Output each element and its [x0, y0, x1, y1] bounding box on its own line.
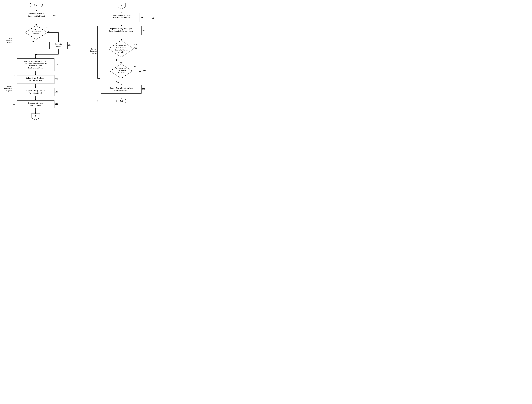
ref-608: 608	[55, 78, 58, 80]
svg-text:Connected to: Connected to	[32, 31, 41, 33]
step-619-diamond: Is Display Data Addressed for this User?	[110, 64, 132, 78]
svg-text:Predetermined Time: Predetermined Time	[28, 67, 43, 69]
svg-text:Update Server Chalkboard: Update Server Chalkboard	[26, 77, 45, 79]
svg-text:Appropriate Action: Appropriate Action	[114, 89, 128, 91]
step-604: Connect to Network	[50, 42, 68, 49]
online-module-label: On-Line	[7, 38, 12, 39]
svg-text:Is Display Data: Is Display Data	[116, 45, 126, 46]
svg-rect-26	[17, 100, 54, 108]
svg-text:Display Data is Received, Take: Display Data is Received, Take	[110, 87, 133, 89]
svg-text:Transmission for a: Transmission for a	[29, 65, 42, 66]
step-620: Display Data is Received, Take Appropria…	[101, 85, 141, 93]
svg-text:this User?: this User?	[118, 72, 124, 74]
b-terminal-left: B	[31, 114, 40, 120]
svg-text:Entered by Student: Entered by Student	[115, 49, 127, 51]
yes-label-618: Yes	[134, 47, 137, 49]
svg-text:Integrate Display Data into: Integrate Display Data into	[26, 90, 45, 92]
step-608: Update Server Chalkboard with Display Da…	[17, 75, 54, 84]
ref-618: 618	[134, 43, 137, 45]
merge-dot	[35, 54, 36, 55]
svg-text:Network?: Network?	[33, 33, 39, 35]
yes-label-602: Yes	[32, 41, 35, 43]
svg-text:Operation: Operation	[90, 50, 96, 52]
svg-text:that which was: that which was	[116, 47, 126, 49]
arrowhead-606	[35, 57, 36, 59]
svg-text:Output Signal: Output Signal	[31, 104, 41, 106]
svg-marker-39	[109, 40, 134, 57]
optional-step-label: Optional Step	[141, 70, 151, 72]
yes-label-619: Yes	[116, 81, 119, 83]
step-606: Transmit Display Data to Server, Disconn…	[17, 59, 54, 71]
optional-step-dot	[139, 71, 141, 72]
ref-620: 620	[142, 88, 145, 90]
svg-text:Separate Display Data Signal: Separate Display Data Signal	[110, 28, 132, 30]
arrowhead-620	[120, 84, 122, 85]
arrowhead-612	[35, 99, 36, 100]
ref-616: 616	[142, 30, 145, 32]
arrowhead-618	[120, 39, 122, 40]
svg-text:Integrator: Integrator	[6, 90, 12, 92]
svg-text:Is Display Data: Is Display Data	[116, 68, 126, 69]
ref-600: 600	[53, 14, 56, 16]
start-terminal: Start	[30, 3, 43, 7]
arrowhead-end	[120, 98, 122, 99]
svg-text:Information Written by: Information Written by	[28, 13, 44, 15]
start-label: Start	[34, 4, 38, 6]
arrowhead-608	[35, 74, 36, 75]
svg-text:Student on Chalkboard: Student on Chalkboard	[28, 15, 45, 17]
arrowhead-600-602	[35, 24, 37, 26]
ref-614: 614	[140, 16, 143, 18]
ref-612: 612	[55, 103, 58, 105]
end-terminal: End	[116, 99, 126, 103]
arrowhead-614	[120, 12, 122, 13]
no-label-618: No	[116, 59, 119, 61]
step-610: Integrate Display Data into Television S…	[17, 88, 54, 96]
svg-text:B: B	[120, 4, 122, 6]
online-operation-label: On-Line	[91, 48, 96, 50]
svg-text:Module: Module	[7, 42, 12, 44]
svg-text:Television Signal: Television Signal	[29, 92, 42, 94]
b-terminal-right: B	[117, 3, 125, 9]
svg-text:Receive Integrated Output: Receive Integrated Output	[111, 14, 131, 16]
step-600: Information Written by Student on Chalkb…	[20, 11, 52, 20]
arrowhead-604	[58, 40, 59, 42]
arrowhead-619	[120, 62, 122, 64]
ref-619: 619	[133, 65, 136, 67]
svg-text:with Display Data: with Display Data	[29, 79, 42, 81]
ref-602: 602	[45, 26, 48, 28]
step-616: Separate Display Data Signal from Integr…	[101, 26, 141, 35]
arrowhead-616	[120, 25, 122, 26]
arrowhead-610	[35, 86, 36, 88]
step-612: Broadcast Integrated Output Signal	[17, 100, 54, 108]
svg-text:Is Modem: Is Modem	[33, 29, 39, 31]
svg-text:Disconnect Student Modem if no: Disconnect Student Modem if no	[24, 63, 47, 64]
svg-text:B: B	[35, 115, 36, 117]
end-label: End	[120, 100, 123, 102]
svg-text:Presentation: Presentation	[4, 88, 12, 90]
svg-text:Addressed for: Addressed for	[117, 70, 126, 72]
ref-606: 606	[55, 64, 58, 65]
svg-rect-48	[101, 85, 141, 93]
svg-text:from Integrated television Sig: from Integrated television Signal	[109, 30, 133, 32]
svg-text:Transmit Display Data to Serve: Transmit Display Data to Server,	[24, 60, 47, 62]
svg-text:Operating: Operating	[6, 40, 12, 41]
step-602-diamond: Is Modem Connected to Network?	[25, 26, 47, 39]
arrowhead-start-600	[35, 10, 37, 11]
svg-text:Network: Network	[56, 46, 62, 47]
main-diagram: Start Information Written by Student on …	[0, 0, 167, 125]
ref-604: 604	[68, 44, 71, 46]
arrowhead-b-left	[35, 112, 36, 114]
step-614: Receive Integrated Output Television Sig…	[103, 13, 139, 22]
ref-610: 610	[55, 91, 58, 93]
svg-text:Connect to: Connect to	[54, 43, 63, 45]
svg-text:Broadcast Integrated: Broadcast Integrated	[28, 102, 43, 104]
no-label-602: No	[48, 31, 50, 33]
svg-text:at this PC: at this PC	[118, 51, 124, 53]
svg-text:Module: Module	[92, 52, 96, 54]
svg-rect-8	[50, 42, 68, 49]
arrowhead-end-left	[97, 100, 98, 102]
display-integrator-label: Display	[7, 86, 13, 87]
svg-text:Television Signal at PCs: Television Signal at PCs	[112, 17, 130, 19]
step-618-diamond: Is Display Data that which was Entered b…	[109, 40, 134, 57]
